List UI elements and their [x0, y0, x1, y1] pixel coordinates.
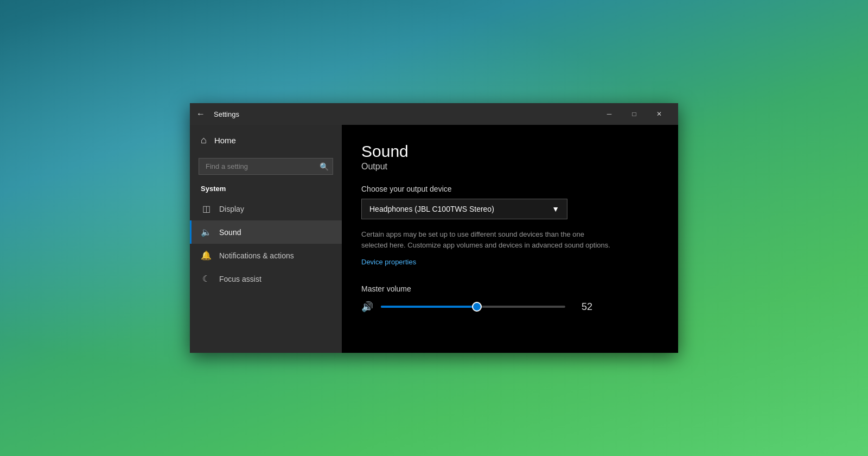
sidebar-item-home[interactable]: ⌂ Home — [190, 125, 342, 156]
display-icon: ◫ — [201, 204, 212, 214]
titlebar: ← Settings ─ □ ✕ — [190, 103, 678, 125]
focus-icon: ☾ — [201, 274, 212, 284]
page-title: Sound — [361, 142, 659, 161]
sidebar-section-label: System — [190, 181, 342, 197]
window-controls: ─ □ ✕ — [597, 103, 672, 125]
chevron-down-icon: ▼ — [552, 205, 559, 213]
sidebar-item-focus-label: Focus assist — [219, 275, 261, 283]
slider-fill — [381, 306, 477, 308]
output-device-value: Headphones (JBL C100TWS Stereo) — [369, 205, 494, 213]
output-description: Certain apps may be set up to use differ… — [361, 229, 611, 250]
slider-track — [381, 306, 565, 308]
home-icon: ⌂ — [201, 135, 207, 146]
search-icon[interactable]: 🔍 — [320, 162, 329, 171]
search-input[interactable] — [199, 158, 333, 175]
volume-slider-container — [381, 301, 565, 312]
output-device-dropdown[interactable]: Headphones (JBL C100TWS Stereo) ▼ — [361, 199, 567, 219]
back-button[interactable]: ← — [196, 109, 205, 119]
sound-icon: 🔈 — [201, 227, 212, 237]
notifications-icon: 🔔 — [201, 250, 212, 261]
sidebar: ⌂ Home 🔍 System ◫ Display 🔈 Sound 🔔 Noti… — [190, 125, 342, 353]
search-box: 🔍 — [199, 158, 333, 175]
main-content: Sound Output Choose your output device H… — [342, 125, 678, 353]
sidebar-item-focus[interactable]: ☾ Focus assist — [190, 267, 342, 290]
maximize-button[interactable]: □ — [622, 103, 647, 125]
volume-icon: 🔊 — [361, 301, 373, 313]
slider-thumb — [472, 302, 482, 312]
home-label: Home — [214, 136, 236, 145]
sidebar-item-sound[interactable]: 🔈 Sound — [190, 220, 342, 244]
sidebar-item-sound-label: Sound — [219, 228, 241, 237]
settings-window: ← Settings ─ □ ✕ ⌂ Home 🔍 System ◫ Displ… — [190, 103, 678, 353]
window-content: ⌂ Home 🔍 System ◫ Display 🔈 Sound 🔔 Noti… — [190, 125, 678, 353]
page-subtitle: Output — [361, 162, 659, 172]
sidebar-item-notifications-label: Notifications & actions — [219, 251, 294, 260]
close-button[interactable]: ✕ — [647, 103, 672, 125]
master-volume-label: Master volume — [361, 284, 659, 293]
sidebar-item-display[interactable]: ◫ Display — [190, 197, 342, 220]
sidebar-item-notifications[interactable]: 🔔 Notifications & actions — [190, 244, 342, 267]
volume-row: 🔊 52 — [361, 301, 659, 313]
volume-value: 52 — [573, 301, 592, 313]
minimize-button[interactable]: ─ — [597, 103, 622, 125]
output-device-label: Choose your output device — [361, 185, 659, 193]
device-properties-link[interactable]: Device properties — [361, 258, 416, 266]
sidebar-item-display-label: Display — [219, 205, 244, 213]
window-title: Settings — [214, 110, 597, 118]
